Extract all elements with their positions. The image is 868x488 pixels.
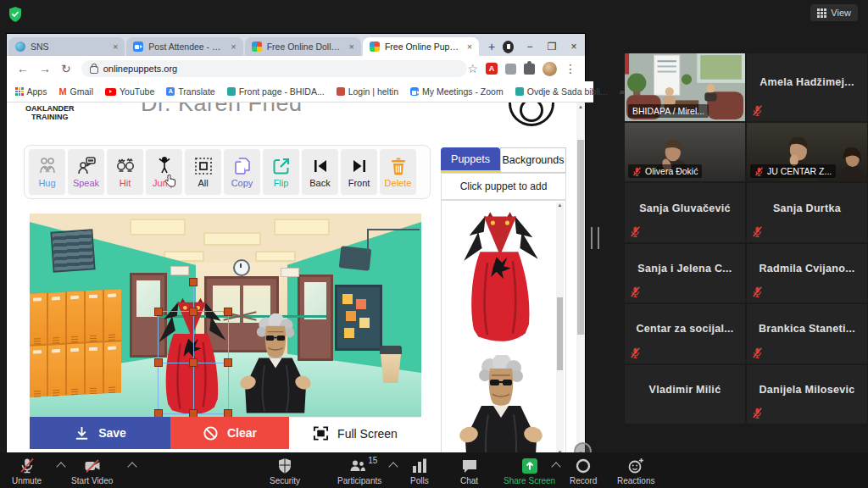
speak-button[interactable]: Speak bbox=[68, 149, 104, 195]
participant-tile[interactable]: Vladimir Milić bbox=[625, 365, 745, 424]
chat-button[interactable]: Chat bbox=[460, 458, 478, 485]
participant-tile[interactable]: Brankica Staneti... bbox=[747, 304, 867, 363]
scroll-up-icon[interactable]: ▲ bbox=[578, 104, 583, 109]
professor-puppet-thumbnail[interactable] bbox=[453, 355, 548, 458]
bookmark-gmail[interactable]: MGmail bbox=[58, 86, 93, 97]
flip-button[interactable]: Flip bbox=[263, 149, 299, 195]
resize-handle[interactable] bbox=[224, 358, 232, 367]
tab-close-icon[interactable]: × bbox=[349, 42, 354, 52]
tab-close-icon[interactable]: × bbox=[113, 42, 118, 52]
professor-puppet[interactable] bbox=[236, 313, 315, 417]
hug-button[interactable]: Hug bbox=[29, 149, 65, 195]
restore-button[interactable]: ❐ bbox=[541, 37, 563, 56]
view-button[interactable]: View bbox=[810, 4, 858, 21]
bookmark-youtube[interactable]: YouTube bbox=[105, 86, 154, 97]
speaker-wire bbox=[367, 229, 420, 252]
bookmark-ovdje-sada[interactable]: Ovdje & Sada bibli... bbox=[515, 86, 608, 97]
start-video-button[interactable]: Start Video bbox=[71, 458, 113, 485]
bookmark-my-meetings-zoom[interactable]: My Meetings - Zoom bbox=[410, 86, 504, 97]
share-screen-button[interactable]: Share Screen bbox=[504, 458, 555, 485]
video-options-caret[interactable] bbox=[127, 462, 136, 471]
bookmark-front-page-bhida[interactable]: Front page - BHIDA... bbox=[227, 86, 325, 97]
participant-tile[interactable]: Sanja i Jelena C... bbox=[625, 244, 745, 302]
polls-button[interactable]: Polls bbox=[410, 458, 429, 485]
close-button[interactable]: × bbox=[563, 37, 585, 56]
rotate-handle[interactable] bbox=[189, 278, 198, 286]
bookmark-translate[interactable]: ATranslate bbox=[166, 86, 214, 97]
browser-menu-icon[interactable]: ⋮ bbox=[565, 62, 576, 75]
tab-puppets[interactable]: Puppets bbox=[441, 147, 500, 173]
reactions-button[interactable]: Reactions bbox=[617, 458, 654, 485]
jump-button[interactable]: Jump bbox=[146, 149, 182, 195]
participants-button[interactable]: 15 Participants bbox=[337, 458, 381, 485]
tab-free-online-dollhouse[interactable]: Free Online Dollhouse × bbox=[245, 37, 361, 56]
scrollbar-thumb[interactable] bbox=[557, 297, 563, 370]
extensions-puzzle-icon[interactable] bbox=[524, 64, 535, 75]
panel-resize-handle[interactable] bbox=[591, 227, 599, 249]
puppet-list-scrollbar[interactable]: ▲ ▼ bbox=[556, 202, 564, 455]
bookmark-login-heltin[interactable]: Login | heltin bbox=[337, 86, 398, 97]
pdf-extension-icon[interactable]: A bbox=[486, 63, 498, 75]
resize-handle[interactable] bbox=[189, 308, 198, 316]
resize-handle[interactable] bbox=[154, 308, 163, 316]
select-all-button[interactable]: All bbox=[185, 149, 221, 195]
tab-close-icon[interactable]: × bbox=[231, 42, 236, 52]
resize-handle[interactable] bbox=[224, 308, 232, 316]
scrollbar-thumb[interactable] bbox=[577, 140, 584, 335]
puppet-stage-canvas[interactable] bbox=[30, 214, 421, 417]
participant-tile[interactable]: Danijela Milosevic bbox=[747, 365, 867, 424]
resize-handle[interactable] bbox=[224, 409, 232, 417]
front-button[interactable]: Front bbox=[341, 149, 377, 195]
page-scrollbar[interactable]: ▲ ▼ bbox=[576, 103, 585, 458]
bookmark-star-icon[interactable]: ☆ bbox=[467, 62, 478, 75]
unmute-button[interactable]: Unmute bbox=[12, 458, 42, 485]
resize-handle[interactable] bbox=[154, 358, 163, 367]
scroll-up-icon[interactable]: ▲ bbox=[558, 202, 563, 208]
hit-button[interactable]: Hit bbox=[107, 149, 143, 195]
page-content: OAKLANDERTRAINING Dr. Karen Fried Hug Sp… bbox=[7, 103, 585, 458]
bookmark-apps[interactable]: Apps bbox=[15, 86, 47, 97]
security-button[interactable]: Security bbox=[270, 458, 300, 485]
jump-icon bbox=[154, 156, 175, 176]
fullscreen-button[interactable]: Full Screen bbox=[289, 417, 421, 449]
participant-tile[interactable]: Amela Hadžimej... bbox=[747, 53, 867, 121]
participant-tile[interactable]: Centar za socijal... bbox=[625, 304, 745, 363]
participant-tile[interactable]: Radmila Cvijano... bbox=[747, 244, 867, 302]
tab-close-icon[interactable]: × bbox=[467, 42, 472, 52]
participant-tile[interactable]: JU CENTAR Z... bbox=[747, 123, 867, 181]
audio-options-caret[interactable] bbox=[56, 462, 65, 471]
copy-button[interactable]: Copy bbox=[224, 149, 260, 195]
url-field[interactable]: onlinepuppets.org bbox=[81, 60, 468, 77]
clear-button[interactable]: Clear bbox=[170, 417, 289, 449]
extension-icon[interactable] bbox=[505, 64, 516, 75]
tab-post-attendee-zoom[interactable]: Post Attendee - Zoom × bbox=[126, 37, 242, 56]
tab-free-online-puppets[interactable]: Free Online Puppets by × bbox=[363, 37, 479, 56]
participant-tile[interactable]: BHIDAPA / Mirel... bbox=[625, 53, 745, 121]
profile-avatar[interactable] bbox=[542, 62, 557, 76]
participants-options-caret[interactable] bbox=[388, 462, 398, 471]
back-button[interactable]: Back bbox=[302, 149, 338, 195]
participant-name: Radmila Cvijano... bbox=[747, 263, 867, 274]
sns-favicon bbox=[15, 42, 25, 52]
bookmarks-bar: Apps MGmail YouTube ATranslate Front pag… bbox=[7, 81, 593, 103]
media-control-icon[interactable] bbox=[503, 41, 514, 53]
devil-puppet-thumbnail[interactable] bbox=[460, 208, 542, 345]
tab-sns[interactable]: SNS × bbox=[8, 37, 125, 56]
chat-bubble-icon bbox=[461, 458, 478, 474]
reload-icon[interactable]: ↻ bbox=[61, 62, 71, 75]
oaklander-logo: OAKLANDERTRAINING bbox=[25, 104, 75, 121]
resize-handle[interactable] bbox=[189, 358, 198, 367]
delete-button[interactable]: Delete bbox=[380, 149, 416, 195]
participant-tile[interactable]: Sanja Gluvačević bbox=[625, 183, 745, 241]
participant-tile[interactable]: Olivera Đokić bbox=[625, 123, 745, 181]
back-nav-icon[interactable]: ← bbox=[17, 62, 29, 75]
new-tab-button[interactable]: + bbox=[484, 38, 499, 55]
minimize-button[interactable]: − bbox=[519, 37, 541, 56]
resize-handle[interactable] bbox=[189, 409, 198, 417]
save-button[interactable]: Save bbox=[30, 417, 170, 449]
tab-backgrounds[interactable]: Backgrounds bbox=[500, 147, 566, 173]
resize-handle[interactable] bbox=[154, 409, 163, 417]
forward-nav-icon[interactable]: → bbox=[39, 62, 51, 75]
participant-tile[interactable]: Sanja Durtka bbox=[747, 183, 867, 241]
record-button[interactable]: Record bbox=[570, 458, 597, 485]
